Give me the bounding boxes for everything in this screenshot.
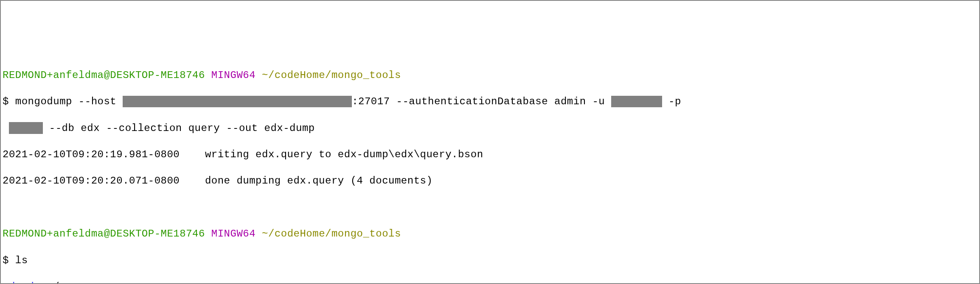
user-host: REDMOND+anfeldma@DESKTOP-ME18746 (3, 228, 205, 239)
cwd-path: ~/codeHome/mongo_tools (262, 70, 401, 81)
output-line-1: 2021-02-10T09:20:19.981-0800 writing edx… (3, 148, 977, 161)
output-ls-1: edx-dump/ (3, 280, 977, 284)
terminal-output[interactable]: REDMOND+anfeldma@DESKTOP-ME18746 MINGW64… (3, 56, 977, 284)
redacted-user (611, 96, 662, 108)
prompt-line-1: REDMOND+anfeldma@DESKTOP-ME18746 MINGW64… (3, 69, 977, 82)
cwd-path: ~/codeHome/mongo_tools (262, 228, 401, 239)
mingw-label: MINGW64 (211, 70, 256, 81)
cmd-mongodump-after-host: :27017 --authenticationDatabase admin -u (352, 96, 611, 107)
redacted-host (123, 96, 352, 108)
user-host: REDMOND+anfeldma@DESKTOP-ME18746 (3, 70, 205, 81)
prompt-line-2: REDMOND+anfeldma@DESKTOP-ME18746 MINGW64… (3, 227, 977, 240)
command-line-2: $ ls (3, 254, 977, 267)
mingw-label: MINGW64 (211, 228, 256, 239)
cmd-ls: ls (15, 255, 28, 266)
blank-line (3, 201, 977, 214)
redacted-pass (9, 122, 43, 134)
dir-name: edx-dump (3, 281, 53, 284)
prompt-symbol: $ (3, 96, 9, 107)
cmd-mongodump-prefix: mongodump --host (15, 96, 123, 107)
cmd-line2-prefix (3, 123, 9, 134)
output-line-2: 2021-02-10T09:20:20.071-0800 done dumpin… (3, 174, 977, 187)
dir-slash: / (53, 281, 59, 284)
command-line-1: $ mongodump --host :27017 --authenticati… (3, 95, 977, 108)
cmd-mongodump-after-pass: --db edx --collection query --out edx-du… (43, 123, 315, 134)
command-line-1b: --db edx --collection query --out edx-du… (3, 122, 977, 135)
prompt-symbol: $ (3, 255, 9, 266)
cmd-mongodump-after-user: -p (662, 96, 681, 107)
